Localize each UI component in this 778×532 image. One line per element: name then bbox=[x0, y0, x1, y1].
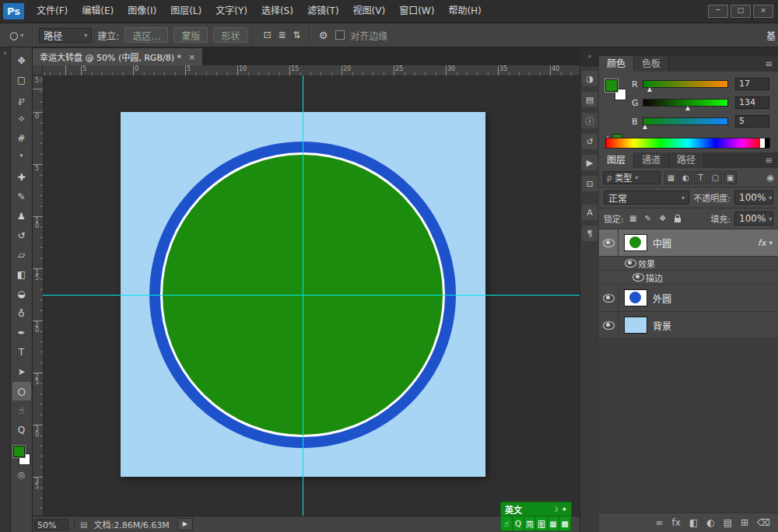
panel-actions-icon[interactable]: ▶ bbox=[582, 155, 598, 170]
menu-type[interactable]: 文字(Y) bbox=[209, 0, 254, 23]
menu-select[interactable]: 选择(S) bbox=[254, 0, 300, 23]
close-tab-icon[interactable]: × bbox=[188, 52, 195, 62]
tool-mode-select[interactable]: 路径 ▾ bbox=[39, 28, 92, 43]
ime-status-row[interactable]: 英文 ☽✦ bbox=[500, 502, 572, 516]
panel-menu-icon[interactable]: ≡ bbox=[759, 56, 778, 72]
new-layer-icon[interactable]: ⊞ bbox=[741, 517, 748, 528]
ellipse-tool[interactable]: ○ bbox=[12, 382, 31, 401]
align-edges-checkbox[interactable] bbox=[335, 30, 345, 40]
layer-thumbnail[interactable] bbox=[624, 234, 647, 251]
path-arrange-icon[interactable]: ⇅ bbox=[293, 30, 301, 40]
healing-brush-tool[interactable]: ✚ bbox=[12, 168, 31, 187]
zoom-tool[interactable]: Q bbox=[12, 421, 31, 439]
ime-search-icon[interactable]: Q bbox=[513, 516, 524, 530]
tab-paths[interactable]: 路径 bbox=[669, 152, 704, 168]
fill-select[interactable]: 100% ▾ bbox=[734, 212, 773, 226]
make-selection-button[interactable]: 选区… bbox=[124, 27, 168, 43]
menu-help[interactable]: 帮助(H) bbox=[441, 0, 488, 23]
status-flyout-button[interactable]: ▶ bbox=[177, 518, 193, 530]
path-operations-icon[interactable]: ⊡ bbox=[263, 30, 271, 40]
document-tab[interactable]: 幸运大转盘 @ 50% (中圆, RGB/8) * × bbox=[33, 48, 203, 65]
new-group-icon[interactable]: ▤ bbox=[724, 517, 732, 528]
tab-color[interactable]: 颜色 bbox=[599, 56, 634, 72]
ime-toolbox-icon[interactable]: ▩ bbox=[559, 516, 571, 530]
color-swatches[interactable] bbox=[12, 446, 31, 465]
color-spectrum-bar[interactable] bbox=[605, 138, 770, 149]
workspace-switcher[interactable]: 基 bbox=[766, 29, 778, 42]
path-alignment-icon[interactable]: ≣ bbox=[279, 30, 286, 40]
menu-image[interactable]: 图像(I) bbox=[121, 0, 163, 23]
menu-file[interactable]: 文件(F) bbox=[30, 0, 75, 23]
channel-value[interactable]: 134 bbox=[735, 96, 769, 109]
eraser-tool[interactable]: ▱ bbox=[12, 246, 31, 264]
gear-icon[interactable]: ⚙ bbox=[317, 30, 331, 41]
blur-tool[interactable]: ◒ bbox=[12, 285, 31, 303]
tab-swatches[interactable]: 色板 bbox=[634, 56, 669, 72]
ruler-horizontal[interactable]: 50510152025303540 bbox=[43, 65, 580, 76]
filter-type-icon[interactable]: T bbox=[694, 171, 707, 184]
marquee-tool[interactable]: ▢ bbox=[12, 71, 31, 89]
chevron-down-icon[interactable]: ▾ bbox=[769, 239, 773, 247]
layer-styles-icon[interactable]: fx bbox=[671, 517, 680, 528]
lock-position-icon[interactable]: ✥ bbox=[657, 212, 668, 225]
make-shape-button[interactable]: 形状 bbox=[213, 27, 247, 43]
active-tool-preset[interactable]: ○ ▾ bbox=[6, 28, 26, 43]
minimize-button[interactable]: ─ bbox=[708, 5, 728, 18]
ruler-corner[interactable] bbox=[33, 65, 43, 75]
dodge-tool[interactable]: ♁ bbox=[12, 304, 31, 323]
guide-horizontal[interactable] bbox=[43, 295, 580, 296]
slider-thumb-icon[interactable] bbox=[685, 106, 690, 110]
quick-mask-icon[interactable]: ◎ bbox=[18, 470, 26, 480]
channel-value[interactable]: 5 bbox=[735, 115, 769, 128]
filter-shape-icon[interactable]: ▢ bbox=[709, 171, 722, 184]
ime-simplified-icon[interactable]: 简 bbox=[524, 516, 536, 530]
panel-paragraph-icon[interactable]: ¶ bbox=[582, 226, 598, 241]
make-mask-button[interactable]: 蒙版 bbox=[173, 27, 208, 43]
foreground-color-swatch[interactable] bbox=[13, 446, 25, 457]
panel-menu-icon[interactable]: ≡ bbox=[759, 152, 778, 168]
panel-info-icon[interactable]: ⓘ bbox=[582, 113, 598, 128]
visibility-toggle[interactable] bbox=[599, 229, 619, 256]
path-selection-tool[interactable]: ➤ bbox=[12, 362, 31, 381]
pen-tool[interactable]: ✒ bbox=[12, 324, 31, 342]
gradient-tool[interactable]: ◧ bbox=[12, 265, 31, 284]
slider-thumb-icon[interactable] bbox=[643, 124, 647, 129]
panel-clone-source-icon[interactable]: ⊡ bbox=[582, 176, 598, 191]
lasso-tool[interactable]: ℘ bbox=[12, 90, 31, 109]
layer-filter-select[interactable]: ρ 类型 ▾ bbox=[603, 171, 661, 184]
channel-slider[interactable] bbox=[643, 80, 728, 88]
visibility-toggle[interactable] bbox=[630, 271, 646, 284]
ruler-vertical[interactable]: 505101520253035 bbox=[33, 75, 44, 516]
ime-emoji-icon[interactable]: 图 bbox=[536, 516, 548, 530]
visibility-toggle[interactable] bbox=[599, 312, 619, 338]
brush-tool[interactable]: ✎ bbox=[12, 187, 31, 206]
spectrum-black[interactable] bbox=[765, 138, 769, 148]
lock-transparency-icon[interactable]: ▦ bbox=[628, 212, 639, 225]
crop-tool[interactable]: # bbox=[12, 129, 31, 148]
delete-layer-icon[interactable]: ⌫ bbox=[757, 517, 770, 528]
add-mask-icon[interactable]: ◧ bbox=[689, 517, 698, 528]
link-layers-icon[interactable]: ∞ bbox=[655, 517, 663, 528]
layer-row[interactable]: 外圆 bbox=[599, 285, 778, 312]
blend-mode-select[interactable]: 正常 ▾ bbox=[604, 191, 689, 205]
ime-mode-label[interactable]: 英文 bbox=[505, 503, 522, 516]
adjustment-layer-icon[interactable]: ◐ bbox=[706, 517, 714, 528]
tab-channels[interactable]: 通道 bbox=[634, 152, 669, 168]
opacity-select[interactable]: 100% ▾ bbox=[734, 191, 773, 205]
panel-character-icon[interactable]: A bbox=[582, 205, 598, 220]
guide-vertical[interactable] bbox=[303, 75, 303, 516]
clone-stamp-tool[interactable]: ♟ bbox=[12, 207, 31, 226]
panel-adjustments-icon[interactable]: ◑ bbox=[582, 71, 598, 86]
eyedropper-tool[interactable]: ❜ bbox=[12, 149, 31, 167]
lock-pixels-icon[interactable]: ✎ bbox=[643, 212, 654, 225]
channel-slider[interactable] bbox=[643, 99, 728, 107]
history-brush-tool[interactable]: ↺ bbox=[12, 226, 31, 245]
layer-thumbnail[interactable] bbox=[624, 317, 647, 334]
slider-thumb-icon[interactable] bbox=[647, 87, 652, 92]
menu-layer[interactable]: 图层(L) bbox=[163, 0, 209, 23]
menu-edit[interactable]: 编辑(E) bbox=[75, 0, 121, 23]
filter-smart-object-icon[interactable]: ▣ bbox=[724, 171, 737, 184]
ime-star-icon[interactable]: ✦ bbox=[561, 506, 567, 513]
layer-row[interactable]: 背景 bbox=[599, 312, 778, 339]
canvas-viewport[interactable]: 50510152025303540 505101520253035 bbox=[33, 65, 580, 516]
